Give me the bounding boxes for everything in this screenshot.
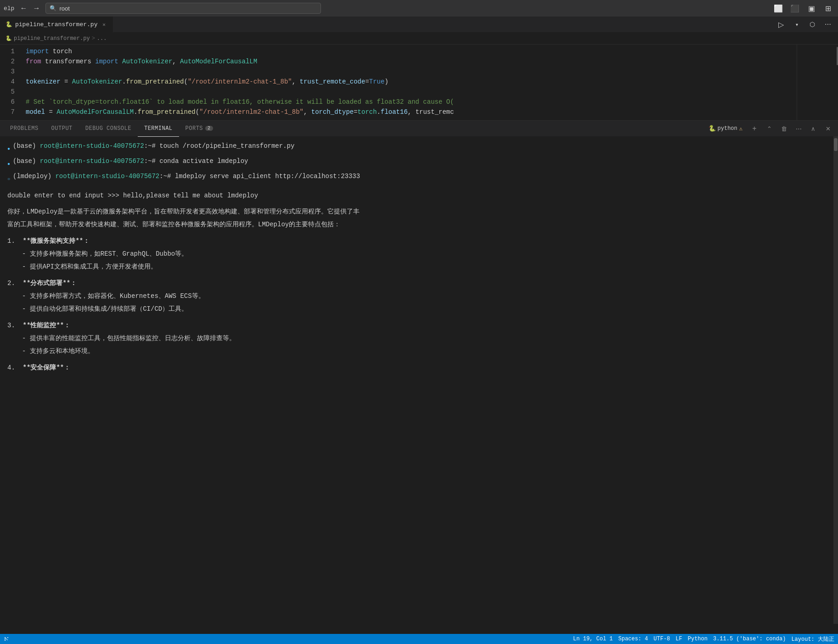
split-terminal-button[interactable]: ⌃ xyxy=(763,122,776,135)
code-line-5 xyxy=(22,87,797,97)
nav-buttons: ← → xyxy=(18,3,42,14)
search-bar[interactable]: 🔍 xyxy=(45,3,321,14)
tab-close-button[interactable]: ✕ xyxy=(100,21,107,28)
spacer-4 xyxy=(7,273,831,277)
status-bar-left xyxy=(4,636,11,642)
plus-button[interactable]: + xyxy=(748,122,761,135)
back-button[interactable]: ← xyxy=(18,3,29,14)
status-branch[interactable] xyxy=(4,636,11,642)
run-dropdown-icon[interactable]: ▾ xyxy=(790,18,803,31)
status-layout[interactable]: Layout: 大陆正 xyxy=(791,635,834,643)
breadcrumb: 🐍 pipeline_transformer.py > ... xyxy=(0,33,838,45)
term-cmd-3: (lmdeploy) root@intern-studio-40075672:~… xyxy=(13,171,360,182)
status-python-version[interactable]: 3.11.5 ('base': conda) xyxy=(713,636,786,642)
search-icon: 🔍 xyxy=(50,5,56,12)
python-icon: 🐍 xyxy=(709,125,716,132)
editor-area: 1 2 3 4 5 6 7 import torch from transfor… xyxy=(0,45,838,120)
bullet-1: ● xyxy=(7,144,10,155)
term-line-1: ● (base) root@intern-studio-40075672:~# … xyxy=(7,140,831,155)
panel-tabs: PROBLEMS OUTPUT DEBUG CONSOLE TERMINAL P… xyxy=(0,121,838,137)
tab-debug-console[interactable]: DEBUG CONSOLE xyxy=(79,121,138,137)
spacer-3 xyxy=(7,231,831,235)
svg-point-1 xyxy=(5,640,6,641)
code-line-4: tokenizer = AutoTokenizer.from_pretraine… xyxy=(22,77,797,87)
tab-problems[interactable]: PROBLEMS xyxy=(4,121,45,137)
breadcrumb-text: pipeline_transformer.py xyxy=(14,35,90,42)
term-section-2: 2. **分布式部署**： xyxy=(7,277,831,290)
panel-more-icon[interactable]: ⋯ xyxy=(792,122,805,135)
maximize-panel-icon[interactable]: ∧ xyxy=(807,122,820,135)
term-section-1a: - 支持多种微服务架构，如REST、GraphQL、Dubbo等。 xyxy=(7,247,831,260)
top-bar: elp ← → 🔍 ⬜ ⬛ ▣ ⊞ xyxy=(0,0,838,17)
help-label: elp xyxy=(4,5,14,12)
term-section-1b: - 提供API文档和集成工具，方便开发者使用。 xyxy=(7,260,831,273)
top-bar-right: ⬜ ⬛ ▣ ⊞ xyxy=(772,2,834,15)
term-section-4: 4. **安全保障**： xyxy=(7,361,831,374)
status-spaces[interactable]: Spaces: 4 xyxy=(619,636,648,642)
python-file-icon: 🐍 xyxy=(6,21,12,28)
app-container: elp ← → 🔍 ⬜ ⬛ ▣ ⊞ 🐍 pipeline_transformer… xyxy=(0,0,838,644)
tab-right-icons: ▷ ▾ ⬡ ⋯ xyxy=(775,18,838,31)
split-editor-icon[interactable]: ⬡ xyxy=(806,18,819,31)
term-line-3: ○ (lmdeploy) root@intern-studio-40075672… xyxy=(7,171,831,185)
more-actions-icon[interactable]: ⋯ xyxy=(821,18,834,31)
python-badge: 🐍 python ⚠ xyxy=(705,125,746,132)
code-line-1: import torch xyxy=(22,46,797,56)
panel-scrollbar[interactable] xyxy=(833,136,838,624)
breadcrumb-ellipsis: ... xyxy=(97,35,107,42)
panel-tab-right: 🐍 python ⚠ + ⌃ 🗑 ⋯ ∧ ✕ xyxy=(705,122,834,135)
close-panel-icon[interactable]: ✕ xyxy=(821,122,834,135)
panel-scrollbar-thumb xyxy=(834,138,838,151)
terminal-panel: PROBLEMS OUTPUT DEBUG CONSOLE TERMINAL P… xyxy=(0,120,838,634)
status-bar: Ln 19, Col 1 Spaces: 4 UTF-8 LF Python 3… xyxy=(0,634,838,644)
python-label: python xyxy=(718,125,737,132)
forward-button[interactable]: → xyxy=(31,3,42,14)
breadcrumb-sep1: > xyxy=(92,35,95,42)
term-section-1: 1. **微服务架构支持**： xyxy=(7,235,831,247)
breadcrumb-file-icon: 🐍 xyxy=(6,35,12,41)
code-content[interactable]: import torch from transformers import Au… xyxy=(22,45,797,120)
term-section-3a: - 提供丰富的性能监控工具，包括性能指标监控、日志分析、故障排查等。 xyxy=(7,332,831,345)
tab-output[interactable]: OUTPUT xyxy=(45,121,79,137)
search-input[interactable] xyxy=(59,5,317,12)
spacer-6 xyxy=(7,358,831,361)
term-output-chinese-2: 富的工具和框架，帮助开发者快速构建、测试、部署和监控各种微服务架构的应用程序。L… xyxy=(7,218,831,231)
code-line-2: from transformers import AutoTokenizer, … xyxy=(22,56,797,67)
split-icon[interactable]: ⬛ xyxy=(788,2,801,15)
svg-point-2 xyxy=(7,637,8,638)
bullet-3: ○ xyxy=(7,174,10,185)
terminal-content[interactable]: ● (base) root@intern-studio-40075672:~# … xyxy=(0,137,838,634)
tab-pipeline-transformer[interactable]: 🐍 pipeline_transformer.py ✕ xyxy=(0,17,113,33)
status-bar-right: Ln 19, Col 1 Spaces: 4 UTF-8 LF Python 3… xyxy=(573,635,834,643)
term-line-2: ● (base) root@intern-studio-40075672:~# … xyxy=(7,156,831,170)
warning-icon: ⚠ xyxy=(739,125,742,132)
term-section-3: 3. **性能监控**： xyxy=(7,319,831,332)
term-cmd-1: (base) root@intern-studio-40075672:~# to… xyxy=(13,140,294,151)
term-cmd-2: (base) root@intern-studio-40075672:~# co… xyxy=(13,156,248,167)
grid-icon[interactable]: ⊞ xyxy=(821,2,834,15)
code-line-3 xyxy=(22,67,797,77)
code-line-6: # Set `torch_dtype=torch.float16` to loa… xyxy=(22,97,797,107)
tab-bar: 🐍 pipeline_transformer.py ✕ ▷ ▾ ⬡ ⋯ xyxy=(0,17,838,33)
panel-icon[interactable]: ▣ xyxy=(805,2,818,15)
layout-icon[interactable]: ⬜ xyxy=(772,2,785,15)
spacer-1 xyxy=(7,186,831,190)
term-output-chinese-1: 你好，LMDeploy是一款基于云的微服务架构平台，旨在帮助开发者更高效地构建、… xyxy=(7,205,831,218)
code-line-7: model = AutoModelForCausalLM.from_pretra… xyxy=(22,107,797,117)
line-numbers: 1 2 3 4 5 6 7 xyxy=(0,45,22,120)
status-eol[interactable]: LF xyxy=(675,636,682,642)
run-icon[interactable]: ▷ xyxy=(775,18,787,31)
minimap xyxy=(797,45,838,120)
trash-button[interactable]: 🗑 xyxy=(777,122,790,135)
term-section-2b: - 提供自动化部署和持续集成/持续部署（CI/CD）工具。 xyxy=(7,302,831,315)
spacer-2 xyxy=(7,202,831,205)
spacer-5 xyxy=(7,315,831,319)
tab-ports[interactable]: PORTS 2 xyxy=(179,121,219,137)
bullet-2: ● xyxy=(7,159,10,170)
status-encoding[interactable]: UTF-8 xyxy=(653,636,670,642)
term-output-1: double enter to end input >>> hello,plea… xyxy=(7,190,831,202)
status-language[interactable]: Python xyxy=(688,636,708,642)
status-line-col[interactable]: Ln 19, Col 1 xyxy=(573,636,613,642)
tab-terminal[interactable]: TERMINAL xyxy=(138,121,179,137)
panel-wrapper: PROBLEMS OUTPUT DEBUG CONSOLE TERMINAL P… xyxy=(0,120,838,634)
